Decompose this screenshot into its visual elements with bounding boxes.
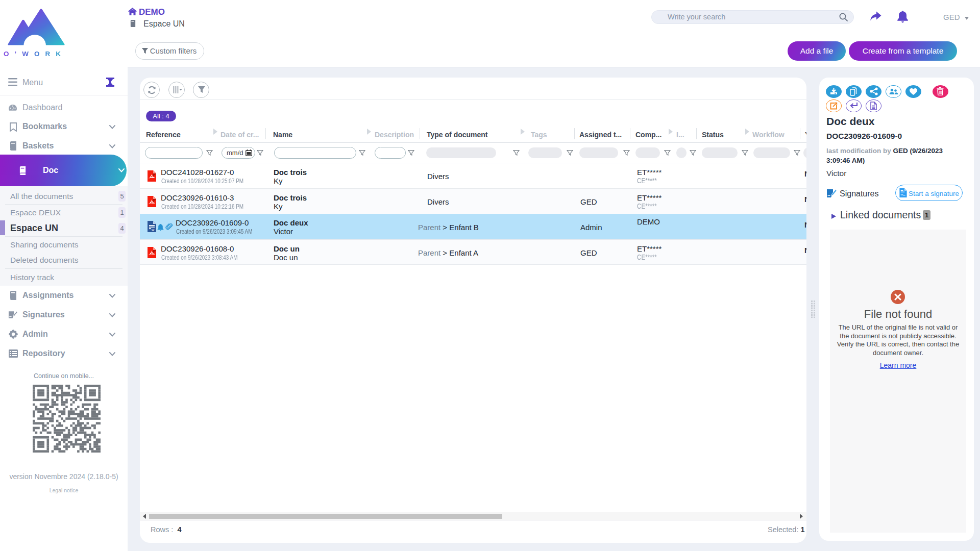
svg-text:w: w — [151, 228, 155, 232]
